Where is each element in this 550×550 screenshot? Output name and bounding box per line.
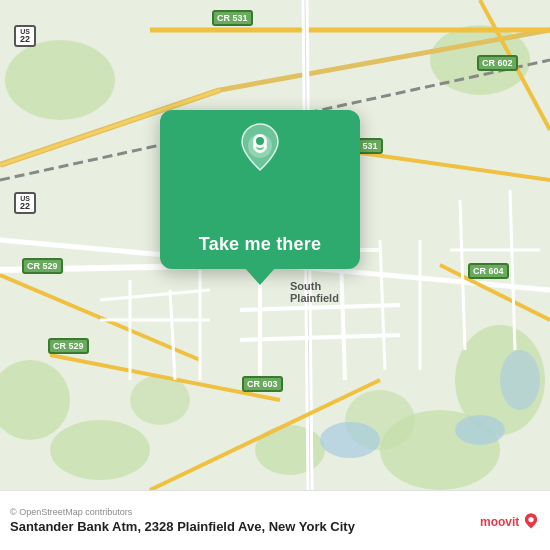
route-shield-cr529-bottom: CR 529	[48, 338, 89, 354]
route-shield-cr603: CR 603	[242, 376, 283, 392]
bottom-info: © OpenStreetMap contributors Santander B…	[10, 507, 355, 534]
bottom-bar: © OpenStreetMap contributors Santander B…	[0, 490, 550, 550]
route-shield-cr529-top: CR 529	[22, 258, 63, 274]
moovit-logo: moovit	[480, 507, 540, 535]
moovit-icon: moovit	[480, 507, 540, 535]
route-shield-us22-bottom: US 22	[14, 192, 36, 214]
svg-point-6	[50, 420, 150, 480]
route-shield-cr531-top: CR 531	[212, 10, 253, 26]
route-shield-cr602: CR 602	[477, 55, 518, 71]
take-me-there-label: Take me there	[199, 234, 321, 255]
svg-point-1	[5, 40, 115, 120]
svg-point-11	[455, 415, 505, 445]
svg-point-12	[500, 350, 540, 410]
route-shield-cr604: CR 604	[468, 263, 509, 279]
svg-point-10	[320, 422, 380, 458]
route-shield-us22-top: US 22	[14, 25, 36, 47]
take-me-there-card[interactable]: Take me there	[160, 110, 360, 269]
pin-svg	[240, 122, 280, 172]
location-title: Santander Bank Atm, 2328 Plainfield Ave,…	[10, 519, 355, 534]
svg-point-7	[255, 425, 325, 475]
svg-point-47	[256, 137, 264, 145]
svg-point-50	[528, 516, 533, 521]
svg-text:moovit: moovit	[480, 514, 519, 528]
osm-credit: © OpenStreetMap contributors	[10, 507, 355, 517]
map-container: US 22 US 22 CR 531 CR 531 CR 602 CR 529 …	[0, 0, 550, 490]
